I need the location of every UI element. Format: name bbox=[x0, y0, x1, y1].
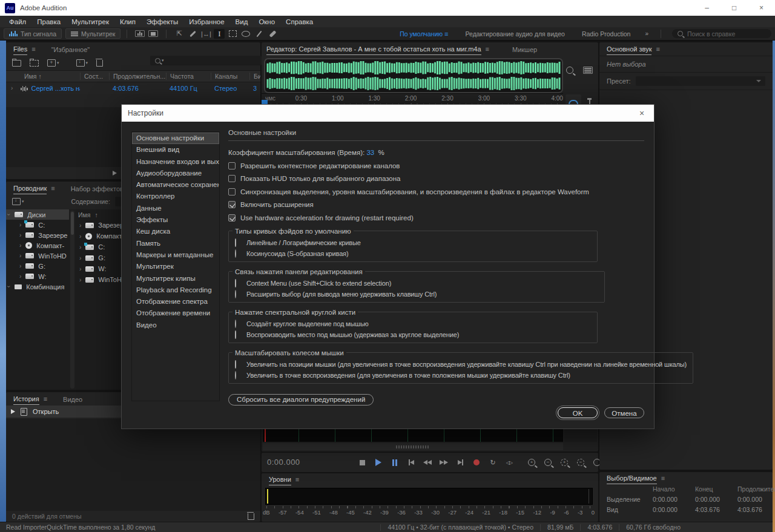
tab-selection-view[interactable]: Выбор/Видимое≡ bbox=[607, 472, 665, 484]
dialog-nav-item[interactable]: Мультитрек bbox=[132, 261, 219, 272]
menu-item[interactable]: Избранное bbox=[183, 18, 229, 25]
tree-item[interactable]: ›Зарезере bbox=[6, 230, 69, 240]
multitrack-view-button[interactable]: Мультитрек bbox=[65, 28, 120, 39]
radio-row[interactable]: Создаёт круглое выделение под мышью bbox=[235, 320, 591, 327]
help-search-input[interactable]: Поиск в справке bbox=[672, 29, 771, 38]
razor-tool-icon[interactable] bbox=[187, 29, 198, 39]
dialog-nav-item[interactable]: Мультитрек клипы bbox=[132, 273, 219, 284]
preview-play-icon[interactable] bbox=[113, 171, 117, 176]
workspace-default[interactable]: По умолчанию ≡ bbox=[391, 30, 457, 38]
tab-files[interactable]: Files≡ bbox=[13, 42, 36, 56]
radio-row[interactable]: Context Menu (use Shift+Click to extend … bbox=[235, 280, 598, 287]
delete-icon[interactable] bbox=[96, 60, 103, 67]
display-options-icon[interactable] bbox=[583, 67, 593, 74]
dialog-nav-item[interactable]: Автоматическое сохранение bbox=[132, 179, 219, 191]
save-icon[interactable]: ▾ bbox=[76, 59, 88, 67]
radio-row[interactable]: Увеличить на позиции мышки (для увеличен… bbox=[235, 361, 687, 368]
import-file-icon[interactable] bbox=[30, 60, 39, 67]
radio-row[interactable]: Увеличить в точке воспроизведения (для у… bbox=[235, 372, 687, 379]
marquee-selection-tool-icon[interactable] bbox=[227, 29, 238, 39]
tab-editor[interactable]: Редактор: Сергей Завьялов - А мне с тобо… bbox=[266, 42, 489, 56]
files-search-input[interactable]: ▾ bbox=[150, 56, 262, 65]
go-to-start-button[interactable] bbox=[406, 458, 416, 467]
checkbox-row[interactable]: Разрешить контекстное редактирование кан… bbox=[228, 162, 644, 169]
reset-warnings-button[interactable]: Сбросить все диалоги предупреждений bbox=[228, 394, 374, 406]
horizontal-scrollbar[interactable] bbox=[263, 443, 563, 450]
close-button[interactable]: × bbox=[748, 0, 775, 16]
tab-favorites[interactable]: "Избранное" bbox=[51, 42, 90, 56]
pin-icon[interactable] bbox=[587, 98, 592, 104]
tree-item[interactable]: ›Компакт- bbox=[6, 240, 69, 251]
menu-item[interactable]: Вид bbox=[230, 18, 254, 25]
checkbox[interactable] bbox=[228, 175, 236, 182]
dialog-nav-item[interactable]: Кеш диска bbox=[132, 226, 219, 237]
cancel-button[interactable]: Отмена bbox=[604, 407, 644, 418]
dialog-close-icon[interactable]: × bbox=[630, 108, 654, 118]
checkbox[interactable] bbox=[228, 188, 236, 195]
file-row[interactable]: › Сергей ...хоть на миг.m4a 4:03.676 441… bbox=[6, 82, 260, 94]
lasso-selection-tool-icon[interactable] bbox=[240, 29, 251, 39]
radio-row[interactable]: Линейные / Логарифмические кривые bbox=[235, 239, 591, 246]
waveform-display-icon[interactable] bbox=[134, 29, 145, 39]
tree-item-drives[interactable]: ›Диски bbox=[6, 209, 69, 220]
dialog-nav-item[interactable]: Отображение времени bbox=[132, 307, 219, 319]
checkbox[interactable] bbox=[228, 214, 236, 222]
dialog-nav-item[interactable]: Данные bbox=[132, 203, 219, 214]
loop-playback-button[interactable]: ↻ bbox=[488, 458, 498, 467]
dialog-nav-item[interactable]: Playback and Recording bbox=[132, 284, 219, 296]
zoom-in-time-button[interactable]: + bbox=[559, 458, 569, 467]
zoom-in-button[interactable]: + bbox=[527, 458, 536, 467]
preset-dropdown[interactable] bbox=[636, 76, 766, 86]
tree-scrollbar[interactable] bbox=[70, 211, 74, 389]
workspace-audio-video[interactable]: Редактирование аудио для видео bbox=[457, 30, 573, 38]
tab-levels[interactable]: Уровни≡ bbox=[269, 473, 299, 485]
tab-video[interactable]: Видео bbox=[63, 392, 82, 406]
expand-chevron-icon[interactable]: › bbox=[6, 85, 21, 91]
tab-media-browser[interactable]: Проводник≡ bbox=[13, 182, 55, 195]
checkbox-row[interactable]: Включить расширения bbox=[228, 201, 644, 208]
dialog-nav-item[interactable]: Внешний вид bbox=[132, 144, 219, 156]
fast-forward-button[interactable] bbox=[439, 458, 449, 467]
dialog-nav-item[interactable]: Маркеры и метаданные bbox=[132, 249, 219, 261]
zoom-overview-icon[interactable] bbox=[566, 67, 573, 74]
checkbox[interactable] bbox=[228, 162, 236, 169]
dialog-nav-item[interactable]: Назначение входов и выходов bbox=[132, 156, 219, 168]
spot-healing-tool-icon[interactable] bbox=[267, 29, 278, 39]
rewind-button[interactable] bbox=[423, 458, 432, 467]
checkbox-row[interactable]: Use hardware acceleration for drawing (r… bbox=[228, 214, 644, 222]
tab-mixer[interactable]: Микшер bbox=[512, 42, 537, 56]
clear-history-icon[interactable] bbox=[248, 513, 254, 520]
dialog-nav-item[interactable]: Контроллер bbox=[132, 191, 219, 202]
tab-effects-rack[interactable]: Набор эффектов bbox=[71, 182, 124, 195]
ok-button[interactable]: OK bbox=[558, 407, 598, 418]
menu-item[interactable]: Справка bbox=[280, 18, 318, 25]
open-file-icon[interactable] bbox=[12, 60, 21, 67]
tree-item[interactable]: ›G: bbox=[6, 261, 69, 271]
menu-item[interactable]: Окно bbox=[253, 18, 280, 25]
workspace-overflow-chevron[interactable]: » bbox=[639, 30, 655, 37]
radio-row[interactable]: Косинусоида (S-образная кривая) bbox=[235, 250, 591, 257]
spectral-display-icon[interactable] bbox=[148, 29, 159, 39]
tab-essential-sound[interactable]: Основной звук≡ bbox=[607, 42, 660, 56]
skip-selection-button[interactable]: ◁▷ bbox=[504, 458, 514, 467]
import-icon[interactable]: ▾ bbox=[12, 198, 24, 205]
maximize-button[interactable]: □ bbox=[721, 0, 748, 16]
tree-item[interactable]: ›W: bbox=[6, 271, 69, 281]
tab-history[interactable]: История≡ bbox=[13, 392, 47, 406]
checkbox-row[interactable]: Показать HUD только для выбранного диапа… bbox=[228, 175, 644, 182]
dialog-nav-item[interactable]: Эффекты bbox=[132, 214, 219, 226]
dialog-nav-item[interactable]: Отображение спектра bbox=[132, 296, 219, 307]
radio-row[interactable]: Воспроизводить место под мышью (удержива… bbox=[235, 331, 591, 338]
dialog-nav-item[interactable]: Память bbox=[132, 238, 219, 249]
slip-tool-icon[interactable]: |↔| bbox=[200, 29, 211, 39]
minimize-button[interactable]: – bbox=[693, 0, 721, 16]
move-tool-icon[interactable]: ⇱ bbox=[174, 29, 185, 39]
dialog-nav-item[interactable]: Видео bbox=[132, 320, 219, 331]
checkbox-row[interactable]: Синхронизация выделения, уровня масштаби… bbox=[228, 188, 644, 195]
tree-item[interactable]: ›C: bbox=[6, 220, 69, 230]
record-button[interactable] bbox=[472, 458, 481, 467]
overview-waveform[interactable] bbox=[264, 58, 563, 93]
zoom-out-time-button[interactable]: − bbox=[576, 458, 585, 467]
menu-item[interactable]: Клип bbox=[114, 18, 141, 25]
workspace-radio-production[interactable]: Radio Production bbox=[573, 30, 639, 38]
